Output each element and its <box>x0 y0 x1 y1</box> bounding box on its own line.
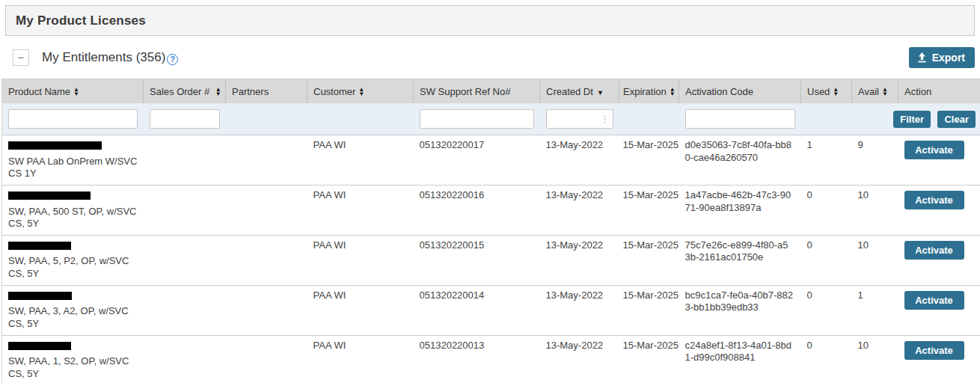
partners-cell <box>226 185 307 235</box>
partners-cell <box>226 235 307 285</box>
sales-order-cell <box>144 335 226 383</box>
column-header-avail[interactable]: Avail▲▼ <box>852 79 898 104</box>
product-name-link[interactable]: S-PAA-3-A2-P <box>8 289 72 301</box>
product-description: SW, PAA, 500 ST, OP, w/SVC CS, 5Y <box>8 206 139 230</box>
sales-order-cell <box>144 235 226 285</box>
sort-icon: ▲▼ <box>833 88 839 96</box>
avail-cell: 10 <box>852 185 898 235</box>
sort-icon: ▲▼ <box>73 88 79 96</box>
created-dt-cell: 13-May-2022 <box>540 135 619 186</box>
activate-button[interactable]: Activate <box>904 341 964 360</box>
clear-button[interactable]: Clear <box>937 111 976 128</box>
sales-order-cell <box>144 285 226 335</box>
created-dt-cell: 13-May-2022 <box>540 235 619 285</box>
product-cell: S-PAA-500ST-M-P SW, PAA, 500 ST, OP, w/S… <box>2 185 144 235</box>
minus-icon: − <box>18 52 25 63</box>
column-header-expiration[interactable]: Expiration▲▼ <box>619 79 679 104</box>
avail-cell: 1 <box>852 285 898 335</box>
table-row: S-PAA-5-P2-P SW, PAA, 5, P2, OP, w/SVC C… <box>2 235 980 285</box>
product-name-link[interactable]: S-PAA-500ST-M-P <box>8 189 91 201</box>
export-button[interactable]: Export <box>909 47 975 68</box>
used-cell: 0 <box>801 235 852 285</box>
created-dt-cell: 13-May-2022 <box>540 285 619 335</box>
activation-code-cell: bc9c1ca7-fe0a-40b7-8823-bb1bb39edb33 <box>679 285 801 335</box>
action-cell: Activate <box>898 185 980 235</box>
sales-order-filter-input[interactable] <box>150 109 220 129</box>
product-description: SW, PAA, 1, S2, OP, w/SVC CS, 5Y <box>8 355 139 380</box>
product-cell: S-PAA-1-S2-P SW, PAA, 1, S2, OP, w/SVC C… <box>2 335 144 383</box>
action-cell: Activate <box>898 135 980 186</box>
customer-cell: PAA WI <box>307 335 414 383</box>
column-header-product-name[interactable]: Product Name▲▼ <box>2 79 144 104</box>
sort-icon: ▲▼ <box>882 88 888 96</box>
column-header-created-dt[interactable]: Created Dt▼ <box>540 79 619 104</box>
expiration-cell: 15-Mar-2025 <box>619 285 679 335</box>
table-row: S-PAA-1-LABS-OP-1 SW PAA Lab OnPrem W/SV… <box>2 135 980 186</box>
sw-support-ref-cell: 051320220016 <box>414 185 540 235</box>
expiration-cell: 15-Mar-2025 <box>619 185 679 235</box>
action-cell: Activate <box>898 285 980 335</box>
sales-order-cell <box>144 185 226 235</box>
activation-code-filter-input[interactable] <box>685 109 795 129</box>
product-name-link[interactable]: S-PAA-1-S2-P <box>8 340 71 352</box>
product-cell: S-PAA-1-LABS-OP-1 SW PAA Lab OnPrem W/SV… <box>2 135 144 186</box>
sw-support-ref-cell: 051320220015 <box>414 235 540 285</box>
avail-cell: 10 <box>852 235 898 285</box>
product-cell: S-PAA-5-P2-P SW, PAA, 5, P2, OP, w/SVC C… <box>2 235 144 285</box>
customer-cell: PAA WI <box>307 135 414 186</box>
product-description: SW, PAA, 5, P2, OP, w/SVC CS, 5Y <box>8 255 139 280</box>
product-description: SW PAA Lab OnPrem W/SVC CS 1Y <box>8 156 139 180</box>
activation-code-cell: d0e35063-7c8f-40fa-bb80-cae46a260570 <box>679 135 801 186</box>
collapse-section-button[interactable]: − <box>13 49 29 66</box>
column-header-customer[interactable]: Customer▲▼ <box>307 79 414 104</box>
used-cell: 1 <box>801 135 852 186</box>
help-icon[interactable]: ? <box>167 54 178 65</box>
sw-support-ref-cell: 051320220017 <box>414 135 540 186</box>
avail-cell: 9 <box>852 135 898 186</box>
expiration-cell: 15-Mar-2025 <box>619 335 679 383</box>
product-name-link[interactable]: S-PAA-5-P2-P <box>8 239 71 251</box>
column-header-action: Action <box>898 79 980 104</box>
column-header-used[interactable]: Used▲▼ <box>801 79 852 104</box>
upload-icon <box>917 52 927 63</box>
expiration-cell: 15-Mar-2025 <box>619 135 679 186</box>
activate-button[interactable]: Activate <box>904 191 964 209</box>
sort-desc-icon: ▼ <box>597 89 604 96</box>
sort-icon: ▲▼ <box>358 88 364 96</box>
product-name-filter-input[interactable] <box>8 109 138 129</box>
entitlements-table: Product Name▲▼ Sales Order # ▲▼ Partners… <box>1 79 980 383</box>
column-header-sw-support-ref: SW Support Ref No# <box>414 79 540 104</box>
activate-button[interactable]: Activate <box>904 291 964 310</box>
sw-support-ref-filter-input[interactable] <box>420 109 534 129</box>
date-picker-kebab-icon[interactable]: ⋮ <box>601 114 610 123</box>
customer-cell: PAA WI <box>307 235 414 285</box>
expiration-cell: 15-Mar-2025 <box>619 235 679 285</box>
partners-cell <box>226 285 307 335</box>
action-cell: Activate <box>898 335 980 383</box>
activation-code-cell: 75c7e26c-e899-4f80-a53b-2161ac01750e <box>679 235 801 285</box>
column-header-sales-order[interactable]: Sales Order # ▲▼ <box>144 79 226 104</box>
activation-code-cell: 1a47acbe-462b-47c3-9071-90ea8f13897a <box>679 185 801 235</box>
activation-code-cell: c24a8ef1-8f13-4a01-8bd1-d99c0f908841 <box>679 335 801 383</box>
used-cell: 0 <box>801 285 852 335</box>
column-header-partners: Partners <box>226 79 307 104</box>
activate-button[interactable]: Activate <box>904 241 964 260</box>
export-label: Export <box>932 52 965 64</box>
customer-cell: PAA WI <box>307 285 414 335</box>
page-header: My Product Licenses <box>5 5 975 36</box>
table-row: S-PAA-500ST-M-P SW, PAA, 500 ST, OP, w/S… <box>2 185 980 235</box>
used-cell: 0 <box>801 185 852 235</box>
sort-icon: ▲▼ <box>215 88 221 96</box>
sort-icon: ▲▼ <box>670 88 676 96</box>
filter-button[interactable]: Filter <box>893 111 931 128</box>
used-cell: 0 <box>801 335 852 383</box>
product-description: SW, PAA, 3, A2, OP, w/SVC CS, 5Y <box>8 305 139 330</box>
column-header-activation-code: Activation Code <box>679 79 801 104</box>
product-name-link[interactable]: S-PAA-1-LABS-OP-1 <box>8 139 102 151</box>
product-cell: S-PAA-3-A2-P SW, PAA, 3, A2, OP, w/SVC C… <box>2 285 144 335</box>
sw-support-ref-cell: 051320220013 <box>414 335 540 383</box>
activate-button[interactable]: Activate <box>904 141 964 159</box>
filter-row: ⋮ Filter Clear <box>2 103 980 135</box>
table-row: S-PAA-1-S2-P SW, PAA, 1, S2, OP, w/SVC C… <box>2 335 980 383</box>
created-dt-cell: 13-May-2022 <box>540 185 619 235</box>
